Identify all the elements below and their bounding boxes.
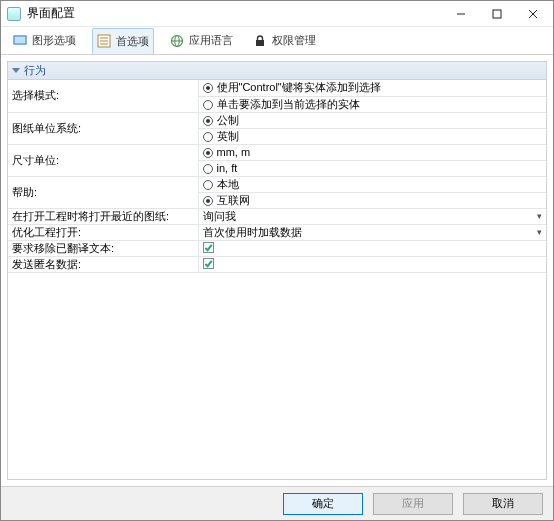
panel-filler [8, 273, 546, 480]
button-bar: 确定 应用 取消 [1, 486, 553, 520]
settings-panel: 行为 选择模式: 使用"Control"键将实体添加到选择 单击要添加到当前选择… [7, 61, 547, 480]
radio-icon [203, 148, 213, 158]
svg-rect-13 [256, 40, 264, 46]
tab-permissions[interactable]: 权限管理 [249, 28, 320, 54]
radio-option[interactable]: 本地 [198, 176, 546, 192]
tab-bar: 图形选项 首选项 应用语言 权限管理 [1, 27, 553, 55]
row-label: 在打开工程时将打开最近的图纸: [8, 208, 198, 224]
dropdown-recent-drawing[interactable]: 询问我 ▾ [198, 208, 546, 224]
checkbox-remove-translated[interactable] [203, 242, 214, 253]
tab-label: 图形选项 [32, 33, 76, 48]
radio-icon [203, 100, 213, 110]
minimize-button[interactable] [443, 2, 479, 26]
radio-icon [203, 116, 213, 126]
content-area: 行为 选择模式: 使用"Control"键将实体添加到选择 单击要添加到当前选择… [1, 55, 553, 486]
row-label: 要求移除已翻译文本: [8, 240, 198, 256]
checkbox-send-anon[interactable] [203, 258, 214, 269]
tab-label: 权限管理 [272, 33, 316, 48]
radio-option[interactable]: 单击要添加到当前选择的实体 [198, 96, 546, 112]
radio-option[interactable]: 英制 [198, 128, 546, 144]
tab-label: 应用语言 [189, 33, 233, 48]
list-icon [97, 34, 111, 48]
section-header-behavior[interactable]: 行为 [8, 62, 546, 80]
radio-option[interactable]: 使用"Control"键将实体添加到选择 [198, 80, 546, 96]
radio-option[interactable]: 互联网 [198, 192, 546, 208]
maximize-button[interactable] [479, 2, 515, 26]
caret-down-icon [12, 68, 20, 73]
radio-icon [203, 164, 213, 174]
ok-button[interactable]: 确定 [283, 493, 363, 515]
window-title: 界面配置 [27, 5, 443, 22]
tab-label: 首选项 [116, 34, 149, 49]
settings-grid: 选择模式: 使用"Control"键将实体添加到选择 单击要添加到当前选择的实体… [8, 80, 546, 273]
monitor-icon [13, 34, 27, 48]
app-icon [7, 7, 21, 21]
tab-preferences[interactable]: 首选项 [92, 28, 154, 54]
close-button[interactable] [515, 2, 551, 26]
tab-app-language[interactable]: 应用语言 [166, 28, 237, 54]
globe-icon [170, 34, 184, 48]
window-root: 界面配置 图形选项 首选项 应用语言 [0, 0, 554, 521]
svg-rect-5 [15, 37, 25, 43]
row-label: 优化工程打开: [8, 224, 198, 240]
tab-graphic-options[interactable]: 图形选项 [9, 28, 80, 54]
radio-option[interactable]: mm, m [198, 144, 546, 160]
lock-icon [253, 34, 267, 48]
radio-icon [203, 196, 213, 206]
radio-option[interactable]: 公制 [198, 112, 546, 128]
row-label: 发送匿名数据: [8, 256, 198, 272]
row-label: 图纸单位系统: [8, 112, 198, 144]
row-label: 帮助: [8, 176, 198, 208]
apply-button[interactable]: 应用 [373, 493, 453, 515]
row-label: 尺寸单位: [8, 144, 198, 176]
section-title: 行为 [24, 63, 46, 78]
radio-icon [203, 180, 213, 190]
chevron-down-icon: ▾ [537, 227, 542, 237]
row-label: 选择模式: [8, 80, 198, 112]
svg-rect-1 [493, 10, 501, 18]
chevron-down-icon: ▾ [537, 211, 542, 221]
cancel-button[interactable]: 取消 [463, 493, 543, 515]
radio-option[interactable]: in, ft [198, 160, 546, 176]
dropdown-optimize-open[interactable]: 首次使用时加载数据 ▾ [198, 224, 546, 240]
radio-icon [203, 83, 213, 93]
radio-icon [203, 132, 213, 142]
titlebar: 界面配置 [1, 1, 553, 27]
